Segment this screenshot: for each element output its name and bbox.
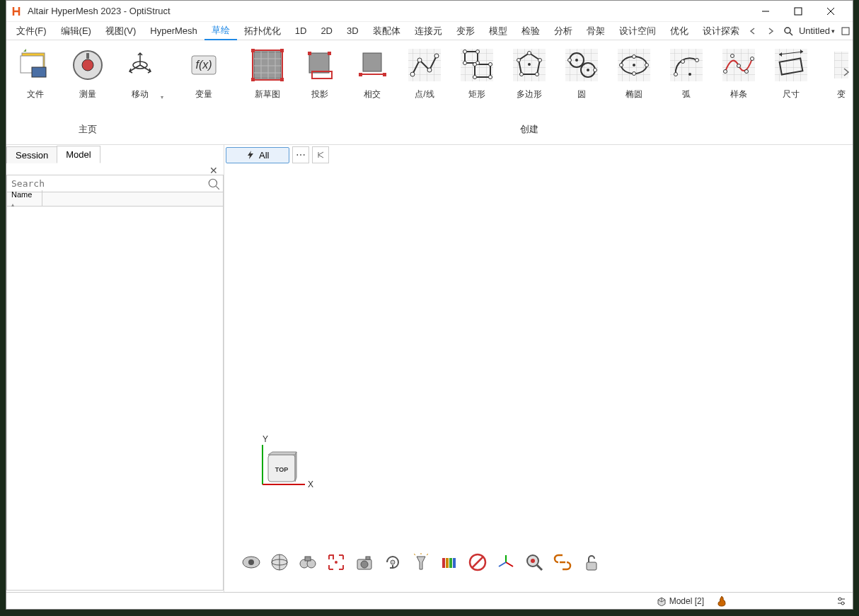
tool-circle[interactable]: 圆 bbox=[555, 42, 608, 120]
tool-polygon[interactable]: 多边形 bbox=[503, 42, 555, 120]
no-entry-icon[interactable] bbox=[468, 552, 488, 572]
filter-more-button[interactable]: ⋯ bbox=[292, 146, 309, 163]
filter-all-button[interactable]: All bbox=[226, 147, 289, 163]
menu-model[interactable]: 模型 bbox=[482, 23, 514, 40]
menu-hypermesh[interactable]: HyperMesh bbox=[143, 23, 204, 38]
nav-next-button[interactable] bbox=[763, 23, 777, 39]
menu-connectors[interactable]: 连接元 bbox=[408, 23, 449, 40]
tool-rectangle[interactable]: 矩形 bbox=[451, 42, 503, 120]
column-name[interactable]: Name ▴ bbox=[7, 190, 42, 209]
tab-model[interactable]: Model bbox=[57, 146, 100, 163]
menu-optimize[interactable]: 优化 bbox=[663, 23, 696, 40]
menu-file[interactable]: 文件(F) bbox=[9, 23, 54, 40]
svg-rect-13 bbox=[86, 53, 89, 59]
menu-3d[interactable]: 3D bbox=[340, 23, 366, 38]
tool-spline[interactable]: 样条 bbox=[713, 42, 765, 120]
menu-designspace[interactable]: 设计空间 bbox=[612, 23, 663, 40]
menu-validate[interactable]: 检验 bbox=[514, 23, 547, 40]
file-icon bbox=[16, 46, 54, 84]
svg-rect-129 bbox=[587, 562, 596, 570]
svg-line-123 bbox=[506, 562, 513, 566]
tool-measure[interactable]: 测量 bbox=[62, 42, 114, 120]
rotate-icon[interactable] bbox=[383, 552, 403, 572]
svg-point-62 bbox=[528, 63, 531, 66]
menu-sketch[interactable]: 草绘 bbox=[204, 22, 237, 40]
svg-point-84 bbox=[737, 64, 741, 68]
close-button[interactable] bbox=[814, 1, 847, 22]
svg-rect-25 bbox=[251, 49, 255, 52]
svg-rect-32 bbox=[328, 52, 331, 55]
tool-project[interactable]: 投影 bbox=[294, 42, 346, 120]
new-window-icon[interactable] bbox=[839, 23, 853, 39]
tool-new-sketch[interactable]: 新草图 bbox=[241, 42, 294, 120]
search-input[interactable] bbox=[10, 177, 207, 190]
window-title: Altair HyperMesh 2023 - OptiStruct bbox=[28, 6, 749, 16]
svg-rect-6 bbox=[842, 28, 849, 35]
fire-icon[interactable] bbox=[715, 595, 728, 608]
rect-icon bbox=[458, 46, 496, 84]
tool-point-line[interactable]: 点/线 bbox=[398, 42, 451, 120]
tool-label: 相交 bbox=[364, 88, 381, 100]
app-logo-icon bbox=[12, 6, 23, 17]
camera-icon[interactable] bbox=[354, 552, 374, 572]
tool-intersect[interactable]: 相交 bbox=[346, 42, 398, 120]
globe-icon[interactable] bbox=[270, 552, 289, 572]
viewport[interactable]: All ⋯ Y X TOP bbox=[224, 145, 853, 592]
left-panel: Session Model ✕ Name ▴ bbox=[6, 145, 224, 592]
magnify-icon[interactable] bbox=[524, 552, 544, 572]
document-dropdown[interactable]: Untitled▾ bbox=[799, 25, 835, 36]
settings-icon[interactable] bbox=[836, 595, 847, 607]
menu-view[interactable]: 视图(V) bbox=[98, 23, 143, 40]
tool-variable[interactable]: f(x) 变量 bbox=[178, 42, 230, 122]
flashlight-icon[interactable] bbox=[411, 552, 431, 572]
menu-1d[interactable]: 1D bbox=[288, 23, 314, 38]
target-icon[interactable] bbox=[326, 552, 346, 572]
tool-dimension[interactable]: 尺寸 bbox=[765, 42, 817, 120]
pointline-icon bbox=[405, 46, 444, 84]
panel-close-button[interactable]: ✕ bbox=[209, 165, 218, 176]
tool-arc[interactable]: 弧 bbox=[660, 42, 713, 120]
menu-edit[interactable]: 编辑(E) bbox=[54, 23, 98, 40]
eye-icon[interactable] bbox=[241, 552, 261, 572]
svg-point-108 bbox=[335, 561, 338, 564]
axis-icon[interactable] bbox=[496, 552, 516, 572]
unlock-icon[interactable] bbox=[581, 552, 601, 572]
minimize-button[interactable] bbox=[749, 1, 782, 22]
tool-label: 多边形 bbox=[517, 88, 542, 100]
tool-file[interactable]: 文件 bbox=[9, 42, 62, 120]
menu-skeleton[interactable]: 骨架 bbox=[580, 23, 612, 40]
nav-prev-button[interactable] bbox=[746, 23, 760, 39]
tool-label: 椭圆 bbox=[625, 88, 642, 100]
svg-rect-35 bbox=[383, 73, 386, 76]
svg-point-110 bbox=[361, 561, 368, 568]
menu-designexplore[interactable]: 设计探索 bbox=[696, 23, 746, 40]
status-model[interactable]: Model [2] bbox=[657, 596, 704, 606]
svg-point-79 bbox=[696, 59, 699, 62]
tree-area[interactable] bbox=[7, 207, 223, 590]
svg-point-48 bbox=[476, 50, 480, 54]
menu-assembly[interactable]: 装配体 bbox=[366, 23, 408, 40]
menu-morph[interactable]: 变形 bbox=[449, 23, 482, 40]
tool-move[interactable]: 移动 bbox=[114, 42, 166, 120]
palette-icon[interactable] bbox=[439, 552, 459, 572]
orientation-cube[interactable]: Y X TOP bbox=[255, 435, 319, 501]
svg-rect-27 bbox=[251, 78, 255, 81]
svg-point-83 bbox=[724, 70, 727, 74]
menu-topology[interactable]: 拓扑优化 bbox=[237, 23, 288, 40]
link-icon[interactable] bbox=[553, 552, 572, 572]
tool-ellipse[interactable]: 椭圆 bbox=[608, 42, 660, 120]
menu-2d[interactable]: 2D bbox=[313, 23, 340, 38]
filter-reset-button[interactable] bbox=[312, 146, 329, 163]
menu-analyze[interactable]: 分析 bbox=[547, 23, 580, 40]
svg-point-81 bbox=[688, 73, 691, 76]
svg-point-49 bbox=[463, 62, 467, 65]
circle-icon bbox=[563, 46, 601, 84]
tab-session[interactable]: Session bbox=[6, 146, 57, 163]
svg-point-41 bbox=[417, 58, 422, 62]
search-icon[interactable] bbox=[781, 23, 795, 39]
search-icon[interactable] bbox=[207, 178, 220, 190]
maximize-button[interactable] bbox=[782, 1, 814, 22]
svg-line-115 bbox=[427, 554, 428, 555]
binoculars-icon[interactable] bbox=[298, 552, 318, 572]
ribbon-scroll-next[interactable] bbox=[840, 54, 853, 90]
